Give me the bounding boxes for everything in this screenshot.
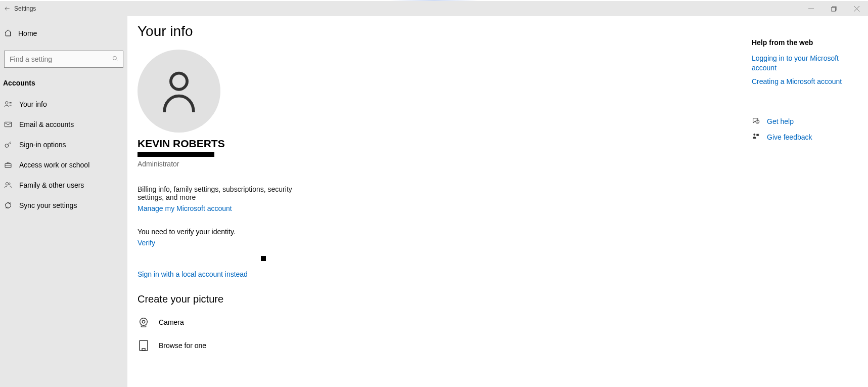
browse-label: Browse for one — [159, 341, 206, 350]
camera-option[interactable]: Camera — [138, 312, 668, 332]
sidebar-home[interactable]: Home — [0, 23, 127, 44]
svg-rect-2 — [832, 7, 836, 11]
home-icon — [4, 29, 12, 38]
sidebar-item-label: Your info — [19, 100, 47, 108]
sidebar-item-label: Email & accounts — [19, 120, 74, 128]
page-title: Your info — [138, 23, 668, 39]
svg-point-5 — [113, 56, 116, 60]
mail-icon — [4, 120, 12, 128]
sidebar-item-sync-settings[interactable]: Sync your settings — [0, 195, 127, 216]
content: Your info KEVIN ROBERTS Administrator Bi… — [138, 23, 668, 387]
sidebar-item-signin-options[interactable]: Sign-in options — [0, 135, 127, 155]
help-panel: Help from the web Logging in to your Mic… — [752, 23, 858, 387]
svg-point-23 — [753, 134, 755, 136]
search-box[interactable] — [4, 51, 123, 68]
sidebar-section-label: Accounts — [0, 68, 127, 89]
sidebar-item-label: Sync your settings — [19, 201, 77, 209]
user-email-redacted — [138, 152, 214, 157]
account-description: Billing info, family settings, subscript… — [138, 185, 319, 201]
svg-rect-20 — [142, 349, 145, 351]
close-button[interactable] — [845, 1, 868, 16]
user-name: KEVIN ROBERTS — [138, 138, 668, 150]
search-input[interactable] — [9, 55, 112, 64]
window-title: Settings — [14, 5, 36, 12]
sync-icon — [4, 201, 12, 209]
browse-option[interactable]: Browse for one — [138, 335, 668, 356]
minimize-button[interactable] — [800, 1, 823, 16]
get-help-link[interactable]: Get help — [767, 117, 794, 125]
help-link-login-ms-account[interactable]: Logging in to your Microsoft account — [752, 54, 858, 73]
svg-line-6 — [116, 59, 117, 61]
browse-icon — [138, 339, 150, 352]
placeholder-icon — [261, 256, 266, 261]
svg-point-7 — [6, 102, 8, 104]
window-accent-bar — [0, 0, 868, 1]
svg-point-18 — [142, 320, 145, 323]
sidebar-item-access-work-school[interactable]: Access work or school — [0, 155, 127, 175]
sidebar-item-label: Sign-in options — [19, 141, 66, 149]
verify-message: You need to verify your identity. — [138, 228, 668, 236]
get-help-icon — [752, 117, 760, 126]
titlebar: Settings — [0, 1, 868, 16]
svg-point-22 — [757, 122, 758, 123]
svg-rect-11 — [5, 122, 11, 126]
sidebar-item-label: Family & other users — [19, 181, 84, 189]
user-role: Administrator — [138, 160, 668, 168]
help-link-create-ms-account[interactable]: Creating a Microsoft account — [752, 77, 858, 87]
verify-link[interactable]: Verify — [138, 239, 155, 247]
svg-point-15 — [6, 183, 8, 185]
sidebar-item-email-accounts[interactable]: Email & accounts — [0, 114, 127, 135]
create-picture-heading: Create your picture — [138, 293, 668, 305]
svg-rect-13 — [5, 163, 11, 167]
sidebar-home-label: Home — [18, 29, 37, 37]
sidebar: Home Accounts Your info — [0, 16, 127, 387]
feedback-icon — [752, 133, 760, 142]
your-info-icon — [4, 100, 12, 108]
camera-label: Camera — [159, 318, 184, 326]
sidebar-item-family-users[interactable]: Family & other users — [0, 175, 127, 195]
manage-microsoft-account-link[interactable]: Manage my Microsoft account — [138, 204, 232, 212]
avatar — [138, 50, 220, 133]
key-icon — [4, 141, 12, 149]
briefcase-icon — [4, 161, 12, 169]
people-icon — [4, 181, 12, 189]
search-icon — [112, 55, 119, 64]
sidebar-item-your-info[interactable]: Your info — [0, 94, 127, 114]
give-feedback-link[interactable]: Give feedback — [767, 133, 812, 141]
local-account-signin-link[interactable]: Sign in with a local account instead — [138, 270, 248, 278]
svg-point-16 — [171, 73, 187, 90]
sidebar-item-label: Access work or school — [19, 161, 89, 169]
help-heading: Help from the web — [752, 38, 858, 47]
camera-icon — [138, 317, 150, 328]
maximize-button[interactable] — [823, 1, 845, 16]
svg-point-17 — [140, 318, 148, 326]
svg-rect-19 — [140, 340, 148, 351]
back-button[interactable] — [0, 1, 14, 16]
